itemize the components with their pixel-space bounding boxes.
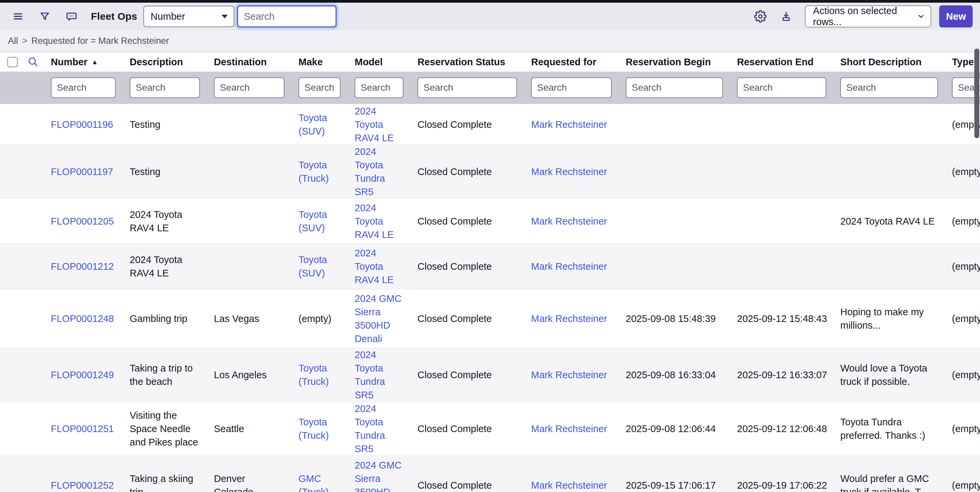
- gear-icon[interactable]: [754, 10, 767, 23]
- filter-number-input[interactable]: [51, 77, 116, 98]
- search-icon[interactable]: [27, 56, 39, 68]
- global-search-input[interactable]: [237, 5, 337, 27]
- cell-make-link[interactable]: Toyota (SUV): [299, 111, 340, 138]
- cell-model-link[interactable]: 2024 Toyota RAV4 LE: [355, 104, 403, 145]
- cell-reservation_status: Closed Complete: [417, 422, 492, 435]
- search-field-value: Number: [151, 11, 185, 22]
- cell-short_description: Would prefer a GMC truck if available. T…: [840, 472, 938, 492]
- filter-reservation_status-input[interactable]: [417, 77, 517, 98]
- vertical-scrollbar-thumb[interactable]: [974, 48, 979, 138]
- column-header-reservation_begin[interactable]: Reservation Begin: [626, 57, 723, 68]
- cell-make-link[interactable]: Toyota (Truck): [299, 361, 340, 388]
- filter-model-input[interactable]: [355, 77, 403, 98]
- cell-description: Visiting the Space Needle and Pikes plac…: [130, 409, 200, 449]
- breadcrumb-all[interactable]: All: [8, 36, 18, 46]
- cell-number-link[interactable]: FLOP0001196: [51, 118, 113, 131]
- filter-requested_for-input[interactable]: [531, 77, 612, 98]
- cell-model-link[interactable]: 2024 Toyota Tundra SR5: [355, 145, 403, 198]
- cell-requested_for-link[interactable]: Mark Rechsteiner: [531, 312, 607, 325]
- cell-description: Gambling trip: [130, 312, 187, 325]
- cell-number-link[interactable]: FLOP0001212: [51, 260, 114, 273]
- search-field-select[interactable]: Number: [143, 6, 234, 27]
- filter-short_description-input[interactable]: [840, 77, 938, 98]
- cell-requested_for-link[interactable]: Mark Rechsteiner: [531, 368, 607, 382]
- cell-reservation_status: Closed Complete: [417, 368, 492, 382]
- cell-reservation_end: 2025-09-19 17:06:22: [737, 479, 827, 492]
- cell-description: 2024 Toyota RAV4 LE: [130, 253, 200, 280]
- cell-number-link[interactable]: FLOP0001252: [51, 479, 114, 492]
- table-row: FLOP0001248Gambling tripLas Vegas(empty)…: [0, 289, 980, 348]
- cell-description: Taking a trip to the beach: [130, 361, 200, 388]
- cell-model-link[interactable]: 2024 Toyota RAV4 LE: [355, 246, 403, 286]
- cell-model-link[interactable]: 2024 GMC Sierra 3500HD Denali: [355, 292, 403, 345]
- cell-requested_for-link[interactable]: Mark Rechsteiner: [531, 422, 607, 435]
- cell-requested_for-link[interactable]: Mark Rechsteiner: [531, 260, 607, 273]
- page-title: Fleet Ops: [91, 11, 137, 22]
- filter-reservation_end-input[interactable]: [737, 77, 826, 98]
- column-header-reservation_end[interactable]: Reservation End: [737, 57, 826, 68]
- column-header-requested_for[interactable]: Requested for: [531, 57, 612, 68]
- column-header-row: Number▲DescriptionDestinationMakeModelRe…: [0, 52, 980, 72]
- cell-number-link[interactable]: FLOP0001197: [51, 165, 113, 178]
- cell-reservation_end: 2025-09-12 15:48:43: [737, 312, 827, 325]
- cell-number-link[interactable]: FLOP0001249: [51, 368, 114, 382]
- filter-make-input[interactable]: [299, 77, 340, 98]
- cell-reservation_end: 2025-09-12 12:06:48: [737, 422, 827, 435]
- cell-type: (empty): [952, 368, 980, 382]
- cell-short_description: Hoping to make my millions...: [840, 305, 938, 332]
- cell-requested_for-link[interactable]: Mark Rechsteiner: [531, 214, 607, 228]
- cell-requested_for-link[interactable]: Mark Rechsteiner: [531, 165, 607, 178]
- filter-description-input[interactable]: [130, 77, 200, 98]
- download-icon[interactable]: [780, 10, 792, 22]
- cell-number-link[interactable]: FLOP0001251: [51, 422, 114, 435]
- cell-reservation_status: Closed Complete: [417, 479, 492, 492]
- cell-requested_for-link[interactable]: Mark Rechsteiner: [531, 479, 607, 492]
- filter-reservation_begin-input[interactable]: [626, 77, 723, 98]
- cell-make-link[interactable]: GMC (Truck): [299, 472, 340, 492]
- chat-bubble-icon[interactable]: [65, 10, 78, 22]
- cell-make: (empty): [299, 312, 331, 325]
- filter-destination-input[interactable]: [214, 77, 285, 98]
- new-button[interactable]: New: [939, 5, 973, 27]
- hamburger-menu-icon[interactable]: [12, 10, 24, 22]
- cell-model-link[interactable]: 2024 GMC Sierra 3500HD Denali: [355, 458, 403, 492]
- breadcrumb-filter-condition[interactable]: Requested for = Mark Rechsteiner: [32, 36, 169, 46]
- cell-number-link[interactable]: FLOP0001205: [51, 214, 114, 228]
- table-row: FLOP00012052024 Toyota RAV4 LEToyota (SU…: [0, 198, 980, 243]
- column-header-number[interactable]: Number▲: [51, 57, 116, 68]
- cell-requested_for-link[interactable]: Mark Rechsteiner: [531, 118, 607, 131]
- cell-destination: Los Angeles: [214, 368, 267, 382]
- column-header-make[interactable]: Make: [299, 57, 340, 68]
- cell-short_description: Would love a Toyota truck if possible.: [840, 361, 938, 388]
- cell-type: (empty): [952, 214, 980, 228]
- cell-number-link[interactable]: FLOP0001248: [51, 312, 114, 325]
- actions-on-rows-select[interactable]: Actions on selected rows...: [805, 5, 931, 27]
- column-header-destination[interactable]: Destination: [214, 57, 285, 68]
- cell-model-link[interactable]: 2024 Toyota RAV4 LE: [355, 201, 403, 241]
- cell-reservation_status: Closed Complete: [417, 260, 492, 273]
- table-row: FLOP0001196TestingToyota (SUV)2024 Toyot…: [0, 104, 980, 145]
- cell-make-link[interactable]: Toyota (Truck): [299, 158, 340, 185]
- cell-make-link[interactable]: Toyota (SUV): [299, 253, 340, 280]
- toolbar: Fleet Ops Number Actions on selected row…: [0, 3, 980, 30]
- cell-description: Testing: [130, 165, 161, 178]
- cell-type: (empty): [952, 165, 980, 178]
- chevron-down-icon: [221, 15, 228, 18]
- table-row: FLOP0001197TestingToyota (Truck)2024 Toy…: [0, 145, 980, 198]
- column-header-model[interactable]: Model: [355, 57, 403, 68]
- cell-reservation_begin: 2025-09-15 17:06:17: [626, 479, 716, 492]
- cell-make-link[interactable]: Toyota (Truck): [299, 415, 340, 442]
- cell-make-link[interactable]: Toyota (SUV): [299, 208, 340, 235]
- cell-reservation_end: 2025-09-12 16:33:07: [737, 368, 827, 382]
- filter-icon[interactable]: [39, 10, 51, 22]
- select-all-checkbox[interactable]: [7, 57, 18, 67]
- breadcrumb-separator: >: [22, 36, 27, 46]
- column-filter-row: [0, 72, 980, 104]
- column-header-description[interactable]: Description: [130, 57, 200, 68]
- table-row: FLOP00012122024 Toyota RAV4 LEToyota (SU…: [0, 243, 980, 289]
- cell-short_description: 2024 Toyota RAV4 LE: [840, 214, 935, 228]
- column-header-reservation_status[interactable]: Reservation Status: [417, 57, 517, 68]
- column-header-short_description[interactable]: Short Description: [840, 57, 938, 68]
- cell-model-link[interactable]: 2024 Toyota Tundra SR5: [355, 348, 403, 402]
- cell-model-link[interactable]: 2024 Toyota Tundra SR5: [355, 402, 403, 455]
